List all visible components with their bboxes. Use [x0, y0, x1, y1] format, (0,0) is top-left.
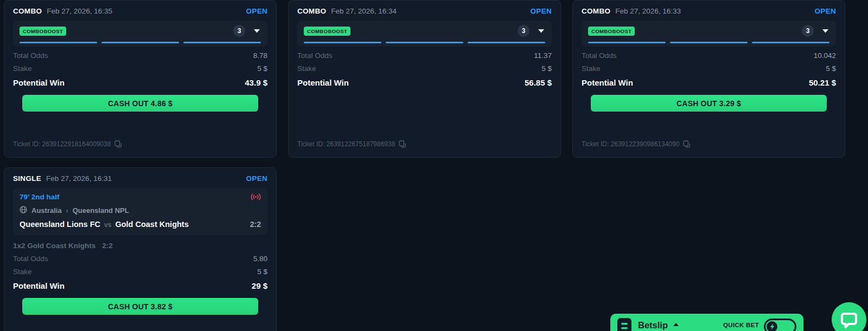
bet-pick-row: 1x2 Gold Coast Knights 2:2	[13, 242, 267, 250]
breadcrumb-separator: ›	[66, 207, 68, 215]
ticket-id-row: Ticket ID: 2639122390986134090	[582, 140, 836, 148]
boost-row: COMBOBOOST 3	[20, 25, 261, 37]
bet-datetime: Feb 27, 2026, 16:31	[46, 174, 112, 183]
potential-win-label: Potential Win	[13, 281, 65, 290]
ticket-header: SINGLE Feb 27, 2026, 16:31 OPEN	[13, 174, 267, 183]
bet-ticket-card: COMBO Feb 27, 2026, 16:35 OPEN COMBOBOOS…	[4, 0, 277, 158]
bet-datetime: Feb 27, 2026, 16:34	[331, 7, 397, 15]
ticket-header: COMBO Feb 27, 2026, 16:35 OPEN	[13, 7, 267, 15]
vs-label: vs	[104, 221, 111, 229]
stake-row: Stake 5 $	[13, 268, 267, 276]
bet-pick-label: 1x2 Gold Coast Knights	[13, 242, 95, 250]
boost-progress-segment	[588, 42, 666, 43]
ticket-id-text: Ticket ID: 2639122390986134090	[582, 140, 679, 148]
total-odds-row: Total Odds 10.042	[582, 51, 836, 60]
total-odds-label: Total Odds	[13, 51, 48, 60]
total-odds-value: 5.80	[253, 255, 267, 263]
potential-win-value: 56.85 $	[525, 78, 552, 87]
comboboost-badge: COMBOBOOST	[20, 27, 66, 36]
potential-win-label: Potential Win	[582, 78, 633, 87]
stake-label: Stake	[13, 268, 32, 276]
betslip-bar[interactable]: Betslip QUICK BET	[610, 314, 803, 331]
tickets-grid: COMBO Feb 27, 2026, 16:35 OPEN COMBOBOOS…	[0, 0, 868, 331]
selections-count-badge: 3	[233, 25, 245, 37]
total-odds-label: Total Odds	[582, 51, 617, 60]
caret-up-icon	[673, 323, 679, 326]
away-team-name: Gold Coast Knights	[115, 220, 188, 229]
country-label: Australia	[31, 206, 62, 215]
total-odds-label: Total Odds	[13, 255, 48, 263]
bet-ticket-card: COMBO Feb 27, 2026, 16:33 OPEN COMBOBOOS…	[572, 0, 845, 158]
cashout-button[interactable]: CASH OUT 4.86 $	[22, 95, 258, 112]
quick-bet-label: QUICK BET	[723, 322, 759, 328]
total-odds-row: Total Odds 11.37	[297, 51, 552, 60]
betslip-icon	[617, 318, 631, 331]
stake-value: 5 $	[257, 64, 267, 73]
total-odds-value: 8.78	[253, 51, 267, 60]
chevron-down-icon[interactable]	[538, 29, 544, 33]
selections-summary-panel: COMBOBOOST 3	[13, 21, 267, 47]
stake-value: 5 $	[541, 64, 552, 73]
lightning-icon	[767, 321, 777, 331]
bet-type-label: SINGLE	[13, 174, 41, 183]
ticket-id-text: Ticket ID: 2639122675187986938	[297, 140, 395, 148]
match-info-panel: 79’ 2nd half	[13, 188, 267, 235]
selections-count-badge: 3	[518, 25, 529, 37]
comboboost-badge: COMBOBOOST	[588, 27, 635, 36]
potential-win-value: 43.9 $	[245, 78, 267, 87]
stake-label: Stake	[582, 64, 601, 73]
selections-count-badge: 3	[802, 25, 814, 37]
potential-win-value: 29 $	[252, 281, 267, 290]
betslip-title: Betslip	[638, 320, 668, 330]
stake-row: Stake 5 $	[582, 64, 836, 73]
status-badge: OPEN	[246, 174, 267, 183]
potential-win-label: Potential Win	[13, 78, 65, 87]
copy-icon[interactable]	[683, 140, 690, 148]
bet-type-label: COMBO	[13, 7, 42, 15]
cashout-button[interactable]: CASH OUT 3.82 $	[22, 298, 258, 315]
copy-icon[interactable]	[399, 140, 406, 148]
boost-progress-segment	[183, 42, 261, 43]
comboboost-badge: COMBOBOOST	[304, 27, 350, 36]
stake-row: Stake 5 $	[297, 64, 552, 73]
ticket-id-row: Ticket ID: 2639122918164009038	[13, 140, 267, 148]
copy-icon[interactable]	[114, 140, 122, 148]
potential-win-value: 50.21 $	[809, 78, 836, 87]
bet-ticket-card: SINGLE Feb 27, 2026, 16:31 OPEN 79’ 2nd …	[4, 167, 277, 331]
status-badge: OPEN	[246, 7, 267, 15]
ticket-id-text: Ticket ID: 2639122918164009038	[13, 140, 111, 148]
league-row: Australia › Queensland NPL	[20, 206, 261, 215]
ticket-header: COMBO Feb 27, 2026, 16:34 OPEN	[297, 7, 552, 15]
total-odds-row: Total Odds 8.78	[13, 51, 267, 60]
quick-bet-toggle[interactable]	[764, 319, 796, 331]
match-time: 79’ 2nd half	[20, 193, 60, 201]
boost-row: COMBOBOOST 3	[304, 25, 545, 37]
ticket-header: COMBO Feb 27, 2026, 16:33 OPEN	[582, 7, 836, 15]
stake-label: Stake	[13, 64, 32, 73]
bet-datetime: Feb 27, 2026, 16:35	[47, 7, 112, 15]
total-odds-value: 10.042	[814, 51, 836, 60]
bet-type-label: COMBO	[582, 7, 610, 15]
boost-progress-bar	[20, 42, 261, 43]
total-odds-value: 11.37	[534, 51, 552, 60]
live-indicator-icon	[251, 193, 261, 200]
boost-progress-segment	[20, 42, 97, 43]
bet-ticket-card: COMBO Feb 27, 2026, 16:34 OPEN COMBOBOOS…	[288, 0, 561, 158]
chevron-down-icon[interactable]	[254, 29, 260, 33]
bet-type-label: COMBO	[297, 7, 326, 15]
boost-row: COMBOBOOST 3	[588, 25, 829, 37]
status-badge: OPEN	[815, 7, 836, 15]
teams-row: Queensland Lions FC vs Gold Coast Knight…	[20, 220, 261, 229]
stake-row: Stake 5 $	[13, 64, 267, 73]
chevron-down-icon[interactable]	[822, 29, 828, 33]
potential-win-row: Potential Win 56.85 $	[297, 78, 552, 87]
stake-value: 5 $	[257, 268, 267, 276]
boost-progress-bar	[304, 42, 545, 43]
boost-progress-bar	[588, 42, 829, 43]
boost-progress-segment	[468, 42, 545, 43]
bet-pick-score: 2:2	[102, 242, 113, 250]
boost-progress-segment	[752, 42, 829, 43]
boost-progress-segment	[670, 42, 748, 43]
cashout-button[interactable]: CASH OUT 3.29 $	[591, 95, 827, 112]
selections-summary-panel: COMBOBOOST 3	[582, 21, 836, 47]
